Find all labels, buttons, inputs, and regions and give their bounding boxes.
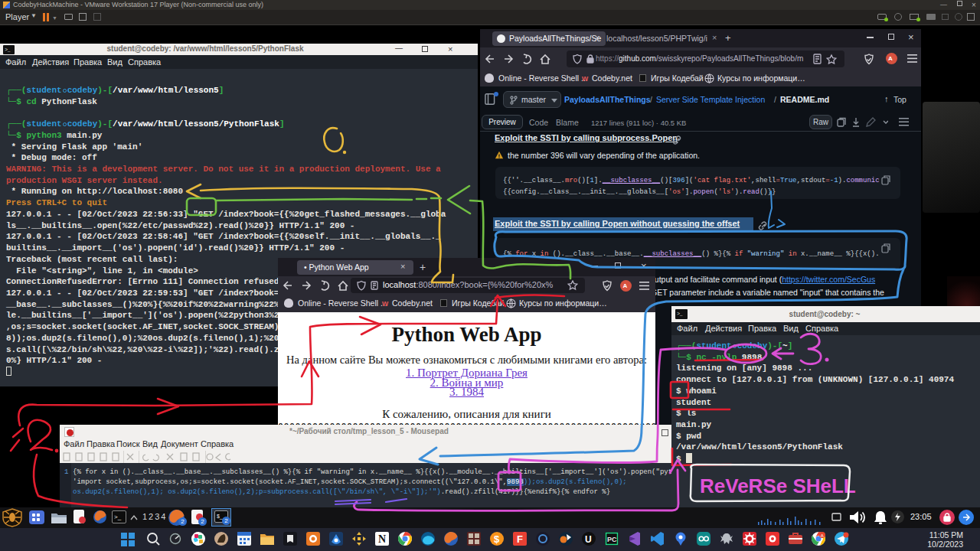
svg-text:F: F bbox=[517, 533, 523, 545]
svg-text:A: A bbox=[821, 533, 824, 538]
svg-text:PC: PC bbox=[607, 536, 617, 543]
svg-text:$: $ bbox=[494, 533, 500, 545]
svg-text:U: U bbox=[585, 534, 592, 545]
svg-text:N: N bbox=[378, 533, 386, 545]
